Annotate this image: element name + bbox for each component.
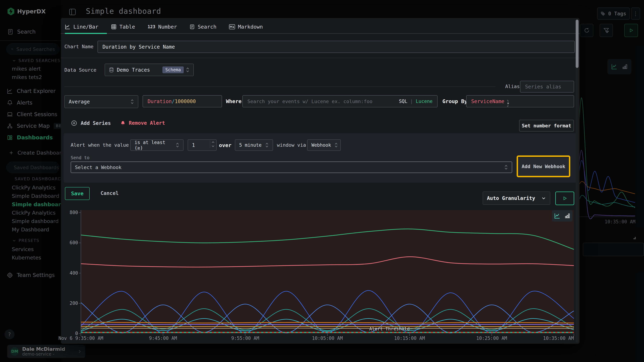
tab-underline-track	[61, 33, 580, 34]
over-label: over	[219, 142, 232, 148]
chart-series-line	[81, 257, 574, 267]
tab-label: Number	[158, 24, 177, 30]
timeseries-chart	[81, 213, 574, 334]
chart-series-line	[81, 328, 574, 329]
window-via-label: window via	[277, 142, 306, 148]
markdown-icon	[229, 24, 235, 29]
chart-name-label: Chart Name	[64, 44, 94, 49]
chart-name-input[interactable]: Duration by Service Name	[98, 41, 575, 53]
spinner-up-icon[interactable]	[212, 141, 214, 143]
table-icon	[111, 24, 117, 30]
webhook-select[interactable]: Select a Webhook	[71, 162, 512, 173]
aggregation-value: Average	[69, 99, 90, 105]
save-button[interactable]: Save	[65, 187, 90, 200]
alias-placeholder: Series alias	[525, 84, 561, 90]
set-number-format-button[interactable]: Set number format	[519, 120, 574, 132]
add-webhook-label: Add New Webhook	[522, 164, 565, 169]
alert-channel-select[interactable]: Webhook	[307, 139, 341, 151]
field-expression-input[interactable]: Duration/1000000	[142, 95, 222, 107]
alert-threshold-input[interactable]: 1	[188, 139, 217, 151]
tab-search[interactable]: Search	[190, 24, 216, 30]
play-icon	[562, 196, 567, 201]
data-source-select[interactable]: Demo Traces Schema	[105, 64, 194, 76]
comparator-value: is at least (≥)	[134, 140, 172, 151]
x-tick-label: 9:55:00 AM	[231, 336, 259, 341]
cancel-button[interactable]: Cancel	[100, 190, 118, 196]
search-doc-icon	[190, 24, 195, 29]
database-icon	[109, 67, 114, 73]
where-search-input[interactable]: Search your events w/ Lucene ex. column:…	[242, 95, 438, 107]
tab-underline-active	[65, 33, 107, 34]
y-tick-label: 200	[70, 301, 78, 306]
granularity-value: Auto Granularity	[487, 195, 535, 201]
data-source-value: Demo Traces	[117, 67, 150, 73]
run-chart-button[interactable]	[555, 191, 574, 205]
granularity-select[interactable]: Auto Granularity	[483, 191, 550, 205]
add-series-label: Add Series	[81, 120, 111, 126]
chart-series-line	[81, 326, 574, 327]
threshold-value: 1	[192, 142, 195, 148]
save-label: Save	[71, 190, 84, 196]
set-number-format-label: Set number format	[522, 123, 571, 129]
chevron-down-icon	[541, 196, 546, 200]
group-by-value: ServiceName	[471, 98, 504, 104]
chart-series-line	[81, 324, 574, 325]
plus-circle-icon	[71, 120, 77, 126]
y-tick-label: 0	[75, 331, 78, 336]
y-axis-labels: 0200400600800	[63, 213, 78, 334]
line-chart-icon	[554, 213, 560, 219]
field-token-slash: /	[172, 98, 175, 104]
select-chevrons-icon	[176, 142, 179, 148]
chart-type-toggle[interactable]	[552, 210, 572, 221]
y-tick-label: 400	[70, 270, 78, 276]
modal-scrollbar-thumb[interactable]	[576, 20, 578, 68]
remove-alert-label: Remove Alert	[129, 120, 165, 126]
group-by-input[interactable]: ServiceName	[466, 95, 574, 107]
tab-label: Markdown	[238, 24, 263, 30]
tab-markdown[interactable]: Markdown	[229, 24, 263, 30]
alert-comparator-select[interactable]: is at least (≥)	[130, 139, 184, 151]
alert-prefix-label: Alert when the value	[71, 142, 129, 148]
field-token-duration: Duration	[148, 98, 172, 104]
line-chart-icon	[65, 24, 70, 30]
field-token-number: 1000000	[175, 98, 196, 104]
y-tick-label: 800	[70, 210, 78, 215]
chart-series-line	[81, 309, 574, 331]
x-tick-label: 10:25:00 AM	[476, 336, 507, 341]
select-chevrons-icon	[334, 142, 338, 148]
spinner-down-icon[interactable]	[212, 145, 214, 147]
number-123-icon: 123	[148, 24, 155, 29]
add-series-button[interactable]: Add Series	[71, 120, 111, 126]
lucene-mode-toggle[interactable]: Lucene	[416, 99, 432, 104]
sql-mode-toggle[interactable]: SQL	[399, 99, 407, 104]
schema-badge: Schema	[162, 66, 184, 73]
alert-window-select[interactable]: 5 minute	[235, 139, 273, 151]
tab-number[interactable]: 123 Number	[148, 24, 177, 30]
chart-series-line	[81, 318, 574, 331]
number-spinner[interactable]	[210, 141, 215, 148]
webhook-placeholder: Select a Webhook	[75, 165, 122, 170]
group-by-label: Group By	[442, 98, 468, 104]
tab-table[interactable]: Table	[111, 24, 135, 30]
text-cursor	[506, 100, 510, 107]
alert-threshold-label: Alert Threshold	[369, 326, 410, 332]
aggregation-select[interactable]: Average	[64, 95, 138, 108]
y-tick-label: 600	[70, 240, 78, 245]
alias-input[interactable]: Series alias	[520, 81, 574, 93]
tab-label: Search	[198, 24, 216, 30]
x-tick-label: 10:05:00 AM	[312, 336, 343, 341]
x-tick-label: Nov 6 9:35:00 AM	[58, 336, 103, 341]
select-chevrons-icon	[186, 67, 190, 73]
select-chevrons-icon	[504, 164, 508, 170]
window-value: 5 minute	[239, 142, 262, 148]
bell-icon	[120, 120, 126, 126]
x-tick-label: 10:15:00 AM	[394, 336, 425, 341]
x-tick-label: 9:45:00 AM	[149, 336, 177, 341]
alias-label: Alias	[505, 84, 520, 89]
add-new-webhook-button[interactable]: Add New Webhook	[518, 157, 569, 176]
remove-alert-button[interactable]: Remove Alert	[120, 120, 165, 126]
x-axis-labels: Nov 6 9:35:00 AM9:45:00 AM9:55:00 AM10:0…	[81, 336, 574, 342]
select-chevrons-icon	[130, 99, 134, 105]
tab-line-bar[interactable]: Line/Bar	[65, 24, 98, 30]
add-webhook-highlight: Add New Webhook	[517, 156, 570, 177]
